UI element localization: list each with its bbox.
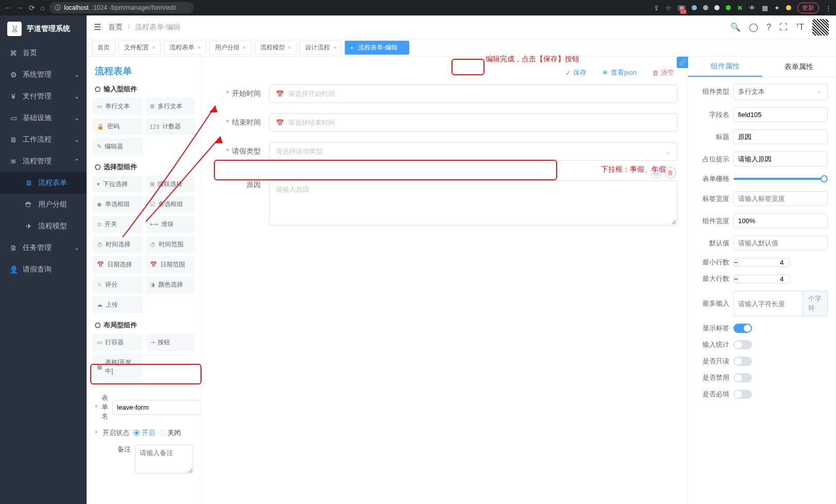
component-item[interactable]: ⏱时间范围 xyxy=(146,236,196,253)
link-icon[interactable]: 🔗 xyxy=(677,57,688,68)
label-width-input[interactable] xyxy=(733,191,828,206)
url-bar[interactable]: ⓘ localhost:1024/bpm/manager/form/edit xyxy=(49,2,194,13)
sidebar-item-system[interactable]: ⚙系统管理 xyxy=(0,64,87,86)
profile-dot[interactable] xyxy=(786,5,791,10)
close-icon[interactable]: × xyxy=(288,45,291,51)
sidebar-item-process[interactable]: ≋流程管理 xyxy=(0,150,87,172)
ext-dot-1[interactable] xyxy=(692,5,697,10)
disabled-switch[interactable] xyxy=(733,373,752,382)
max-rows-stepper[interactable]: −+ xyxy=(733,275,790,283)
tab-formedit[interactable]: 流程表单-编辑× xyxy=(345,41,409,55)
status-on-radio[interactable]: 开启 xyxy=(133,428,155,438)
component-item[interactable]: 123计数器 xyxy=(146,118,196,135)
canvas-field[interactable]: 原因请输入原因 xyxy=(212,180,677,226)
copy-field-button[interactable]: ⿻ xyxy=(650,167,662,178)
help-icon[interactable]: ? xyxy=(766,23,771,32)
ext-icon-5[interactable]: ✖ xyxy=(737,4,743,12)
sidebar-sub-model[interactable]: ✈流程模型 xyxy=(0,215,87,237)
home-icon[interactable]: ⌂ xyxy=(40,4,44,12)
sidebar-sub-usergroup[interactable]: ⛑用户分组 xyxy=(0,194,87,215)
delete-field-button[interactable]: 🗑 xyxy=(665,167,676,178)
required-switch[interactable] xyxy=(733,390,752,399)
date-field[interactable]: 📅请选择结束时间 xyxy=(269,113,677,132)
clear-button[interactable]: 🗑清空 xyxy=(649,66,677,79)
kebab-icon[interactable]: ⋮ xyxy=(825,4,832,12)
component-width-input[interactable] xyxy=(733,213,828,228)
reload-icon[interactable]: ⟳ xyxy=(29,4,35,12)
canvas-field[interactable]: * 结束时间📅请选择结束时间 xyxy=(212,113,677,132)
sidebar-item-payment[interactable]: ¥支付管理 xyxy=(0,86,87,107)
readonly-switch[interactable] xyxy=(733,357,752,366)
tab-processmodel[interactable]: 流程模型× xyxy=(255,41,297,55)
sidebar-item-infra[interactable]: ▭基础设施 xyxy=(0,107,87,129)
status-off-radio[interactable]: 关闭 xyxy=(159,428,181,438)
title-input[interactable] xyxy=(733,129,828,144)
component-item[interactable]: 📅日期选择 xyxy=(93,256,143,273)
component-item[interactable]: ⊙开关 xyxy=(93,216,143,233)
grid-slider[interactable] xyxy=(733,178,825,180)
component-item[interactable]: ☆评分 xyxy=(93,276,143,293)
tab-fileconfig[interactable]: 文件配置× xyxy=(119,41,161,55)
component-type-select[interactable]: 多行文本 xyxy=(733,83,828,100)
github-icon[interactable]: ◯ xyxy=(749,22,758,32)
component-item[interactable]: ⟷滑块 xyxy=(146,216,196,233)
tab-component-props[interactable]: 组件属性 xyxy=(688,57,762,77)
canvas-field[interactable]: * 请假类型请选择请假类型 xyxy=(212,142,677,161)
update-button[interactable]: 更新 xyxy=(797,3,819,13)
component-item[interactable]: ▾下拉选择 xyxy=(93,176,143,193)
close-icon[interactable]: × xyxy=(243,45,246,51)
minus-button[interactable]: − xyxy=(734,259,738,266)
max-input-field[interactable] xyxy=(733,291,802,316)
component-item[interactable]: ▦表格[开发中] xyxy=(93,354,143,380)
sidebar-item-workflow[interactable]: 🗎工作流程 xyxy=(0,129,87,150)
component-item[interactable]: 📅日期范围 xyxy=(146,256,196,273)
field-name-input[interactable] xyxy=(733,107,828,122)
close-icon[interactable]: × xyxy=(197,45,200,51)
show-label-switch[interactable] xyxy=(733,324,752,333)
sidebar-item-home[interactable]: ⌘首页 xyxy=(0,42,87,64)
default-input[interactable] xyxy=(733,236,828,250)
avatar-qr[interactable] xyxy=(812,19,829,36)
date-field[interactable]: 📅请选择开始时间 xyxy=(269,85,677,103)
tab-home[interactable]: 首页 xyxy=(92,41,115,55)
remark-textarea[interactable] xyxy=(135,445,193,474)
search-icon[interactable]: 🔍 xyxy=(730,22,741,32)
brand[interactable]: 🐰 芋道管理系统 xyxy=(0,15,87,42)
component-item[interactable]: ◑颜色选择 xyxy=(146,276,196,293)
puzzle-icon[interactable]: ✦ xyxy=(774,4,780,12)
close-icon[interactable]: × xyxy=(400,45,404,51)
component-item[interactable]: ⇢按钮 xyxy=(146,334,196,351)
fontsize-icon[interactable]: ᵀT xyxy=(796,22,804,32)
save-button[interactable]: ✓保存 xyxy=(562,66,590,79)
min-rows-stepper[interactable]: −+ xyxy=(733,258,790,267)
component-item[interactable]: ≣多行文本 xyxy=(146,98,196,115)
view-json-button[interactable]: 👁查看json xyxy=(599,66,640,79)
select-field[interactable]: 请选择请假类型 xyxy=(269,142,677,161)
component-item[interactable]: ▭单行文本 xyxy=(93,98,143,115)
canvas-field[interactable]: * 开始时间📅请选择开始时间 xyxy=(212,85,677,103)
eye-icon[interactable]: 👁 xyxy=(749,4,756,12)
component-item[interactable]: ▭行容器 xyxy=(93,334,143,351)
ext-badge[interactable]: ▦ xyxy=(678,5,685,11)
ext-dot-4[interactable] xyxy=(726,5,731,10)
ext-dot-2[interactable] xyxy=(703,5,708,10)
extgrid-icon[interactable]: ▦ xyxy=(762,4,768,12)
component-item[interactable]: ◉单选框组 xyxy=(93,196,143,213)
minus-button[interactable]: − xyxy=(734,275,738,283)
sidebar-sub-form[interactable]: 🗎流程表单 xyxy=(0,172,87,194)
tab-usergroup[interactable]: 用户分组× xyxy=(209,41,252,55)
star-icon[interactable]: ☆ xyxy=(665,4,672,12)
tab-designprocess[interactable]: 设计流程× xyxy=(299,41,342,55)
share-icon[interactable]: ⇪ xyxy=(654,4,659,12)
close-icon[interactable]: × xyxy=(333,45,336,51)
sidebar-item-task[interactable]: 🗎任务管理 xyxy=(0,237,87,259)
back-icon[interactable]: ← xyxy=(4,4,11,12)
component-item[interactable]: ⏱时间选择 xyxy=(93,236,143,253)
component-item[interactable]: ☑多选框组 xyxy=(146,196,196,213)
sidebar-item-leave[interactable]: 👤请假查询 xyxy=(0,259,87,280)
component-item[interactable]: ⊞级联选择 xyxy=(146,176,196,193)
textarea-field[interactable]: 请输入原因 xyxy=(269,180,677,226)
placeholder-input[interactable] xyxy=(733,152,828,166)
tab-processform[interactable]: 流程表单× xyxy=(164,41,206,55)
component-item[interactable]: 🔒密码 xyxy=(93,118,143,135)
